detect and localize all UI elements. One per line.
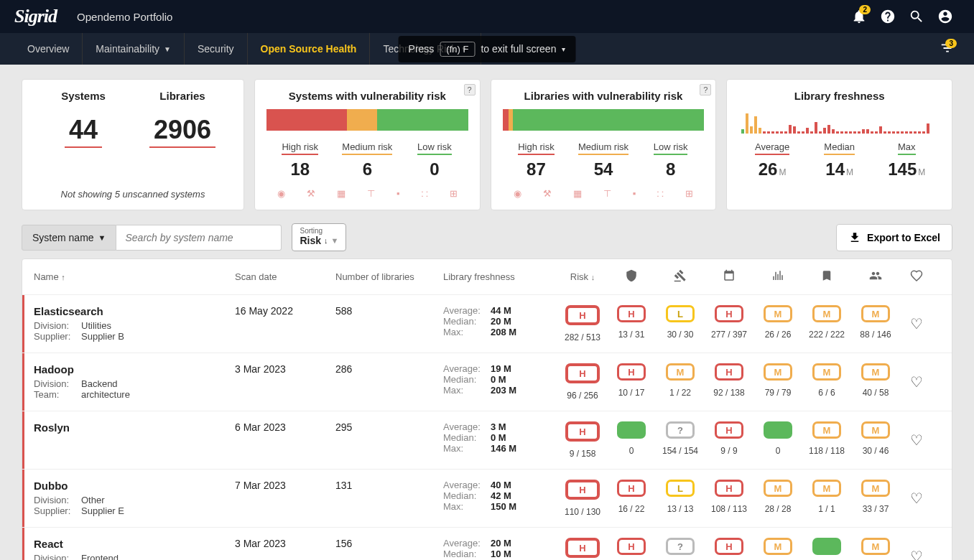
unscanned-note: Not showing 5 unscanned systems [34,189,232,200]
libraries-label: Libraries [133,90,232,102]
keyboard-key: (fn) F [440,42,475,57]
calendar-icon[interactable] [705,269,753,284]
fullscreen-hint: Press (fn) F to exit full screen ▾ [399,36,576,62]
col-name[interactable]: Name ↑ [34,271,235,282]
filter-icon[interactable]: 3 [935,36,960,62]
systems-risk-card: ? Systems with vulnerability risk High r… [254,79,481,210]
nav-item-open-source-health[interactable]: Open Source Health [248,33,371,65]
risk-bar [503,109,705,131]
bookmark-icon[interactable] [802,269,851,284]
table-row[interactable]: ElasticsearchDivision:UtilitiesSupplier:… [22,294,952,353]
risk-bar [266,109,468,131]
system-name: React [34,538,235,550]
table-row[interactable]: Roslyn6 Mar 2023295Average:3 MMedian:0 M… [22,411,952,469]
system-name: Hadoop [34,363,235,375]
controls-bar: System name▼ Sorting Risk↓▼ Export to Ex… [22,223,952,251]
category-icons: ◉⚒▦⊤▪⸬⊞ [503,188,705,200]
activity-icon[interactable] [753,269,802,284]
account-icon[interactable] [931,2,960,31]
col-num-libraries[interactable]: Number of libraries [335,271,443,282]
table-header: Name ↑ Scan date Number of libraries Lib… [22,259,952,294]
table-row[interactable]: DubboDivision:OtherSupplier:Supplier E7 … [22,469,952,527]
gavel-icon[interactable] [656,269,705,284]
logo: Sigrid [14,6,57,27]
system-name: Dubbo [34,480,235,492]
export-button[interactable]: Export to Excel [836,224,952,251]
freshness-card: Library freshness Average26M Median14M M… [726,79,952,210]
freshness-sparkline [738,109,940,134]
notifications-badge: 2 [859,5,871,14]
help-icon[interactable]: ? [700,84,711,95]
help-icon[interactable]: ? [464,84,476,95]
table-row[interactable]: ReactDivision:FrontendSupplier:Supplier … [22,527,952,560]
heart-icon [900,269,933,284]
top-bar: Sigrid Opendemo Portfolio 2 [0,0,974,33]
system-name: Elasticsearch [34,305,235,317]
libraries-value: 2906 [149,115,215,148]
nav-item-overview[interactable]: Overview [14,33,83,65]
system-name: Roslyn [34,421,235,434]
nav-item-security[interactable]: Security [185,33,248,65]
systems-table: Name ↑ Scan date Number of libraries Lib… [22,258,952,560]
col-freshness[interactable]: Library freshness [443,271,558,282]
favorite-button[interactable]: ♡ [900,305,933,332]
favorite-button[interactable]: ♡ [900,480,933,507]
category-icons: ◉⚒▦⊤▪⸬⊞ [266,188,468,200]
scope-dropdown[interactable]: System name▼ [22,225,116,251]
help-icon[interactable] [873,2,902,31]
filter-badge: 3 [945,39,957,48]
libraries-risk-card: ? Libraries with vulnerability risk High… [491,79,717,210]
shield-icon[interactable] [607,269,656,284]
people-icon[interactable] [851,269,900,284]
favorite-button[interactable]: ♡ [900,421,933,449]
systems-label: Systems [34,90,133,102]
favorite-button[interactable]: ♡ [900,538,933,560]
search-input[interactable] [116,225,282,251]
col-risk[interactable]: Risk ↓ [558,271,607,282]
col-scan-date[interactable]: Scan date [235,271,335,282]
portfolio-name: Opendemo Portfolio [77,11,172,23]
summary-card: Systems 44 Libraries 2906 Not showing 5 … [22,79,244,210]
table-row[interactable]: HadoopDivision:BackendTeam:architecture3… [22,353,952,411]
nav-item-maintainability[interactable]: Maintainability▼ [83,33,185,65]
search-icon[interactable] [902,2,931,31]
notifications-icon[interactable]: 2 [845,2,873,31]
systems-value: 44 [65,115,102,148]
sort-dropdown[interactable]: Sorting Risk↓▼ [292,223,346,251]
nav-bar: OverviewMaintainability▼SecurityOpen Sou… [0,33,974,65]
favorite-button[interactable]: ♡ [900,363,933,391]
